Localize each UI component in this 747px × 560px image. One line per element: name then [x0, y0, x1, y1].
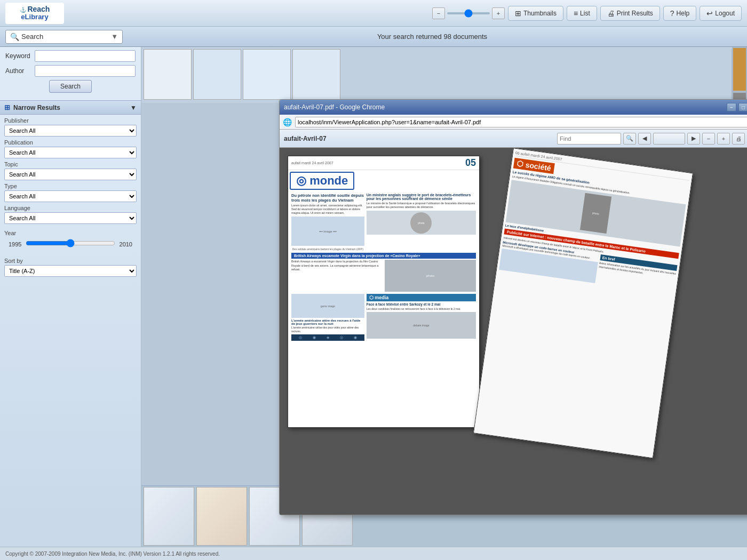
- logout-button[interactable]: ↩ Logout: [700, 6, 742, 21]
- content-area: aufait-Avril-07.pdf - Google Chrome − □ …: [141, 47, 747, 547]
- logout-icon: ↩: [706, 9, 713, 18]
- logout-label: Logout: [715, 10, 735, 17]
- article-1-body: Lorem ipsum dolor sit amet, consectetur …: [291, 204, 364, 215]
- year-label: Year: [4, 230, 137, 236]
- viewer-toolbar: aufait-Avril-07 🔍 ◀ ▶ − + 🖨 ?: [280, 130, 747, 148]
- bottom-thumb-2[interactable]: [196, 487, 247, 546]
- viewer-zoom-in-button[interactable]: +: [717, 133, 730, 145]
- article-4-body: L'armée américaine utilise des jeux vidé…: [291, 326, 364, 333]
- zoom-slider[interactable]: [447, 12, 490, 14]
- narrow-label: Narrow Results: [13, 104, 60, 111]
- sort-select[interactable]: Title (A-Z): [4, 265, 137, 277]
- browser-title: aufait-Avril-07.pdf - Google Chrome: [284, 103, 727, 111]
- browser-addressbar: 🌐: [280, 115, 747, 130]
- media-header: ⬡ media: [367, 294, 476, 301]
- article-3-title-bar: British Airways escamote Virgin dans la …: [291, 253, 476, 259]
- find-input[interactable]: [557, 133, 621, 145]
- zoom-in-button[interactable]: +: [492, 7, 505, 19]
- page-header-text-left: aufait mardi 24 avril 2007: [291, 161, 333, 165]
- search-button[interactable]: Search: [49, 80, 92, 93]
- narrow-results-header[interactable]: ⊞ Narrow Results ▼: [0, 100, 141, 115]
- page-articles-left: Du pétrole non identifié souille depuis …: [288, 191, 479, 342]
- type-select[interactable]: Search All: [4, 190, 137, 202]
- print-label: Print Results: [617, 10, 653, 17]
- footer: Copyright © 2007-2009 Integration New Me…: [0, 547, 747, 560]
- article-2-body: Le ministre de la Santé britannique a pr…: [367, 202, 476, 209]
- year-start: 1995: [9, 241, 21, 247]
- document-page-left: aufait mardi 24 avril 2007 05 monde Du p…: [288, 156, 480, 428]
- article-3-image: photo: [385, 260, 476, 292]
- next-page-button[interactable]: ▶: [687, 133, 700, 145]
- topic-label: Topic: [4, 161, 137, 167]
- article-4: game image L'armée américaine attire des…: [291, 294, 364, 341]
- publisher-filter: Publisher Search All: [4, 117, 137, 137]
- year-slider[interactable]: [26, 239, 115, 247]
- browser-globe-icon: 🌐: [283, 118, 292, 126]
- minimize-button[interactable]: −: [727, 103, 736, 111]
- article-2-title: Un ministre anglais suggère le port de b…: [367, 193, 476, 201]
- language-select[interactable]: Search All: [4, 212, 137, 224]
- author-input[interactable]: [35, 65, 136, 77]
- prev-page-button[interactable]: ◀: [638, 133, 651, 145]
- publication-label: Publication: [4, 139, 137, 146]
- author-row: Author: [5, 65, 136, 77]
- browser-titlebar: aufait-Avril-07.pdf - Google Chrome − □ …: [280, 100, 747, 115]
- sort-row: Sort by Title (A-Z): [4, 258, 137, 277]
- bg-thumb-3: [243, 49, 291, 100]
- zoom-control: − +: [432, 7, 505, 19]
- logo-image: ⚓ Reach eLibrary: [5, 3, 64, 24]
- list-button[interactable]: ≡ List: [567, 6, 597, 21]
- keyword-row: Keyword: [5, 50, 136, 62]
- search-dropdown[interactable]: 🔍 Search ▼: [5, 30, 123, 44]
- year-section: Year 1995 2010: [0, 227, 141, 255]
- language-filter: Language Search All: [4, 205, 137, 224]
- article-2-image: photo: [367, 211, 476, 235]
- browser-url-input[interactable]: [295, 117, 747, 127]
- monde-section: monde: [290, 172, 354, 190]
- list-icon: ≡: [574, 9, 578, 18]
- logo: ⚓ Reach eLibrary: [5, 3, 64, 24]
- right-page-inner: 06 aufait mardi 24 avril 2007 ⬡ société …: [474, 148, 693, 458]
- publisher-select[interactable]: Search All: [4, 125, 137, 137]
- article-row-1: Du pétrole non identifié souille depuis …: [291, 193, 476, 251]
- thumbnails-label: Thumbnails: [523, 10, 557, 17]
- find-button[interactable]: 🔍: [623, 133, 636, 145]
- publisher-label: Publisher: [4, 117, 137, 124]
- top-bar: ⚓ Reach eLibrary − + ⊞ Thumbnails ≡ List…: [0, 0, 747, 27]
- list-label: List: [580, 10, 590, 17]
- search-result-info: Your search returned 98 documents: [123, 33, 742, 41]
- document-pages: aufait mardi 24 avril 2007 05 monde Du p…: [280, 148, 747, 515]
- maximize-button[interactable]: □: [738, 103, 747, 111]
- bottom-thumb-1[interactable]: [144, 487, 194, 546]
- page-indicator: [653, 133, 685, 145]
- page-header-left: aufait mardi 24 avril 2007 05: [288, 156, 479, 170]
- bg-thumb-4: [292, 49, 340, 100]
- thumbnails-icon: ⊞: [515, 9, 521, 18]
- publication-select[interactable]: Search All: [4, 147, 137, 158]
- topic-select[interactable]: Search All: [4, 169, 137, 180]
- logo-line2: eLibrary: [20, 13, 50, 21]
- year-range-row: 1995 2010: [9, 239, 132, 249]
- bg-thumb-strip-top: [141, 47, 747, 103]
- language-label: Language: [4, 205, 137, 211]
- copyright-text: Copyright © 2007-2009 Integration New Me…: [5, 551, 220, 557]
- publication-filter: Publication Search All: [4, 139, 137, 158]
- narrow-icon: ⊞: [4, 103, 10, 111]
- sidebar: Keyword Author Search ⊞ Narrow Results ▼…: [0, 47, 141, 547]
- help-button[interactable]: ? Help: [663, 6, 696, 21]
- article-2: Un ministre anglais suggère le port de b…: [367, 193, 476, 251]
- keyword-input[interactable]: [35, 50, 136, 62]
- type-filter: Type Search All: [4, 183, 137, 202]
- viewer-print-button[interactable]: 🖨: [732, 133, 745, 145]
- logo-line1: Reach: [27, 5, 50, 13]
- sort-label: Sort by: [4, 258, 137, 264]
- article-5-image: debate image: [367, 312, 476, 339]
- document-name: aufait-Avril-07: [284, 135, 327, 142]
- main-layout: Keyword Author Search ⊞ Narrow Results ▼…: [0, 47, 747, 547]
- zoom-out-button[interactable]: −: [432, 7, 445, 19]
- help-icon: ?: [670, 9, 674, 18]
- bottom-articles: game image L'armée américaine attire des…: [291, 294, 476, 341]
- thumbnails-button[interactable]: ⊞ Thumbnails: [508, 6, 563, 21]
- print-button[interactable]: 🖨 Print Results: [600, 6, 660, 21]
- viewer-zoom-out-button[interactable]: −: [702, 133, 715, 145]
